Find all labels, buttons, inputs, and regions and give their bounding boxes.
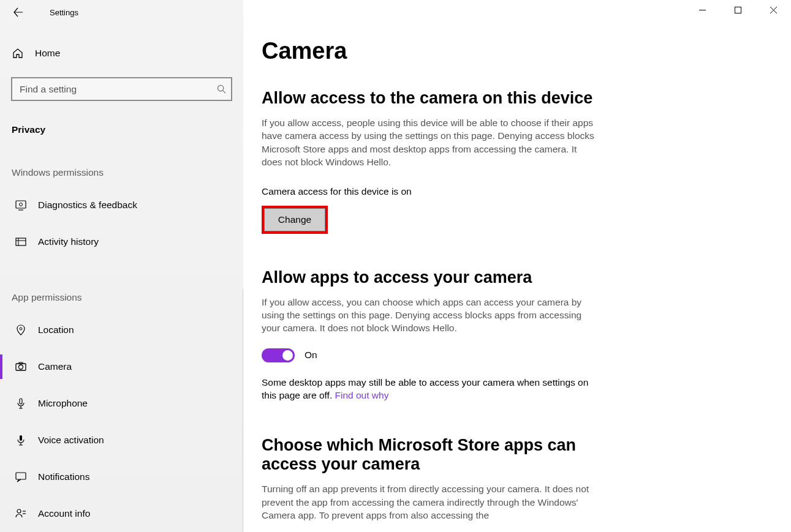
nav-item-account[interactable]: Account info bbox=[0, 495, 243, 532]
svg-rect-10 bbox=[19, 362, 23, 364]
microphone-icon bbox=[15, 397, 27, 410]
maximize-icon bbox=[735, 7, 741, 13]
section2-note: Some desktop apps may still be able to a… bbox=[262, 376, 592, 402]
home-nav-item[interactable]: Home bbox=[0, 38, 243, 69]
home-icon bbox=[12, 47, 24, 59]
search-input[interactable] bbox=[12, 84, 211, 95]
section1-title: Allow access to the camera on this devic… bbox=[262, 89, 605, 108]
nav-item-notifications[interactable]: Notifications bbox=[0, 459, 243, 495]
svg-point-3 bbox=[20, 203, 23, 206]
nav-label: Voice activation bbox=[38, 435, 104, 446]
svg-point-14 bbox=[17, 509, 21, 513]
close-button[interactable] bbox=[755, 0, 791, 20]
nav-item-activity[interactable]: Activity history bbox=[0, 223, 243, 260]
nav-label: Location bbox=[38, 324, 74, 335]
section3-desc: Turning off an app prevents it from dire… bbox=[262, 482, 599, 522]
back-arrow-icon bbox=[13, 7, 23, 17]
close-icon bbox=[770, 7, 777, 13]
svg-point-0 bbox=[218, 85, 223, 91]
home-label: Home bbox=[35, 48, 60, 59]
camera-access-status: Camera access for this device is on bbox=[262, 186, 791, 197]
nav-item-voice[interactable]: Voice activation bbox=[0, 422, 243, 459]
search-box[interactable] bbox=[11, 77, 232, 101]
titlebar: Settings bbox=[0, 0, 243, 24]
svg-rect-11 bbox=[20, 399, 22, 404]
svg-rect-13 bbox=[16, 473, 26, 479]
toggle-label: On bbox=[305, 350, 317, 361]
svg-point-7 bbox=[20, 328, 22, 330]
search-container bbox=[0, 77, 243, 101]
search-icon bbox=[211, 84, 231, 94]
window-controls bbox=[684, 0, 791, 20]
nav-item-location[interactable]: Location bbox=[0, 312, 243, 348]
change-button-highlight: Change bbox=[262, 206, 328, 234]
svg-point-9 bbox=[19, 365, 23, 369]
svg-line-1 bbox=[222, 91, 225, 93]
back-button[interactable] bbox=[9, 3, 28, 21]
nav-label: Microphone bbox=[38, 398, 88, 409]
notifications-icon bbox=[15, 471, 27, 483]
minimize-icon bbox=[699, 7, 706, 13]
section1-desc: If you allow access, people using this d… bbox=[262, 116, 599, 169]
main-content: Camera Allow access to the camera on thi… bbox=[243, 0, 791, 532]
activity-icon bbox=[15, 236, 27, 248]
section2-title: Allow apps to access your camera bbox=[262, 268, 605, 287]
nav-label: Account info bbox=[38, 508, 90, 519]
feedback-icon bbox=[15, 199, 27, 211]
account-icon bbox=[15, 508, 27, 520]
toggle-knob bbox=[282, 350, 293, 361]
maximize-button[interactable] bbox=[720, 0, 755, 20]
sidebar: Settings Home Privacy Windows permission… bbox=[0, 0, 243, 532]
camera-icon bbox=[15, 361, 27, 373]
svg-rect-4 bbox=[16, 238, 26, 245]
section3-title: Choose which Microsoft Store apps can ac… bbox=[262, 436, 605, 474]
nav-label: Diagnostics & feedback bbox=[38, 200, 137, 211]
svg-rect-12 bbox=[20, 435, 22, 441]
app-title: Settings bbox=[50, 8, 78, 17]
nav-item-diagnostics[interactable]: Diagnostics & feedback bbox=[0, 187, 243, 223]
page-title: Camera bbox=[262, 38, 791, 64]
allow-apps-toggle[interactable] bbox=[262, 348, 295, 362]
category-label: Privacy bbox=[0, 124, 243, 135]
note-text: Some desktop apps may still be able to a… bbox=[262, 377, 588, 400]
group-app-permissions: App permissions bbox=[0, 292, 243, 303]
change-button[interactable]: Change bbox=[264, 208, 325, 231]
nav-label: Activity history bbox=[38, 236, 99, 247]
section2-desc: If you allow access, you can choose whic… bbox=[262, 296, 599, 335]
find-out-why-link[interactable]: Find out why bbox=[335, 390, 389, 400]
svg-rect-18 bbox=[735, 7, 741, 13]
allow-apps-toggle-row: On bbox=[262, 348, 791, 362]
nav-label: Camera bbox=[38, 361, 72, 372]
location-icon bbox=[15, 324, 27, 336]
nav-item-camera[interactable]: Camera bbox=[0, 348, 243, 385]
nav-label: Notifications bbox=[38, 471, 89, 482]
minimize-button[interactable] bbox=[684, 0, 720, 20]
voice-icon bbox=[15, 434, 27, 446]
nav-item-microphone[interactable]: Microphone bbox=[0, 385, 243, 422]
group-windows-permissions: Windows permissions bbox=[0, 167, 243, 178]
svg-rect-2 bbox=[16, 201, 26, 208]
